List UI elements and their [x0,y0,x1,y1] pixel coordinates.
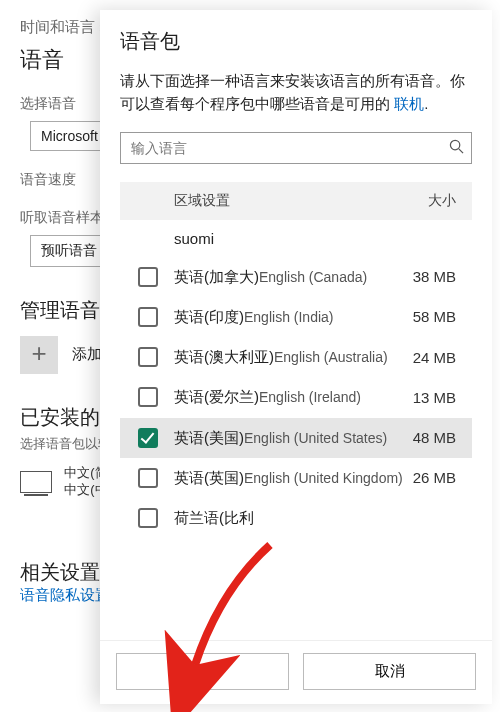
lang-eng: English (Ireland) [259,389,361,405]
list-item[interactable]: 英语(加拿大)English (Canada)38 MB [120,257,472,297]
privacy-link[interactable]: 语音隐私设置 [20,586,110,603]
lang-eng: English (Australia) [274,349,388,365]
lang-size: 38 MB [413,268,456,285]
checkbox[interactable] [138,267,158,287]
language-list[interactable]: suomi英语(加拿大)English (Canada)38 MB英语(印度)E… [120,220,472,641]
list-header: 区域设置 大小 [120,182,472,220]
list-item[interactable]: 英语(美国)English (United States)48 MB [120,418,472,458]
lang-name: 英语(英国) [174,469,244,486]
lang-eng: English (Canada) [259,269,367,285]
svg-line-1 [459,148,463,152]
add-button[interactable]: 添加 [116,653,289,690]
search-icon[interactable] [449,139,464,157]
lang-name: 英语(澳大利亚) [174,348,274,365]
svg-point-0 [450,140,459,149]
col-size: 大小 [428,192,456,210]
checkbox[interactable] [138,468,158,488]
preview-button[interactable]: 预听语音 [30,235,108,267]
checkbox[interactable] [138,347,158,367]
checkbox[interactable] [138,508,158,528]
lang-eng: English (United Kingdom) [244,470,403,486]
list-item[interactable]: 英语(印度)English (India)58 MB [120,297,472,337]
lang-eng: English (United States) [244,430,387,446]
lang-name: 英语(美国) [174,429,244,446]
search-input[interactable] [120,132,472,164]
lang-size: 24 MB [413,349,456,366]
cancel-button[interactable]: 取消 [303,653,476,690]
lang-name: 英语(印度) [174,308,244,325]
dialog-title: 语音包 [120,28,472,55]
lang-name: 英语(爱尔兰) [174,388,259,405]
lang-size: 13 MB [413,389,456,406]
checkbox[interactable] [138,428,158,448]
online-link[interactable]: 联机 [394,95,424,112]
checkbox[interactable] [138,307,158,327]
lang-name: 荷兰语(比利 [174,509,254,526]
add-tile[interactable]: + [20,336,58,374]
list-item[interactable]: 英语(爱尔兰)English (Ireland)13 MB [120,377,472,417]
list-item[interactable]: 荷兰语(比利 [120,498,472,538]
dialog-desc: 请从下面选择一种语言来安装该语言的所有语音。你可以查看每个程序包中哪些语音是可用… [120,69,472,116]
list-item[interactable]: 英语(澳大利亚)English (Australia)24 MB [120,337,472,377]
list-item[interactable]: suomi [120,220,472,257]
lang-size: 58 MB [413,308,456,325]
voice-pack-dialog: 语音包 请从下面选择一种语言来安装该语言的所有语音。你可以查看每个程序包中哪些语… [100,10,492,704]
lang-name: 英语(加拿大) [174,268,259,285]
list-item[interactable]: 英语(英国)English (United Kingdom)26 MB [120,458,472,498]
lang-size: 48 MB [413,429,456,446]
monitor-icon [20,471,52,493]
lang-eng: English (India) [244,309,334,325]
checkbox[interactable] [138,387,158,407]
col-region: 区域设置 [174,192,428,210]
lang-size: 26 MB [413,469,456,486]
